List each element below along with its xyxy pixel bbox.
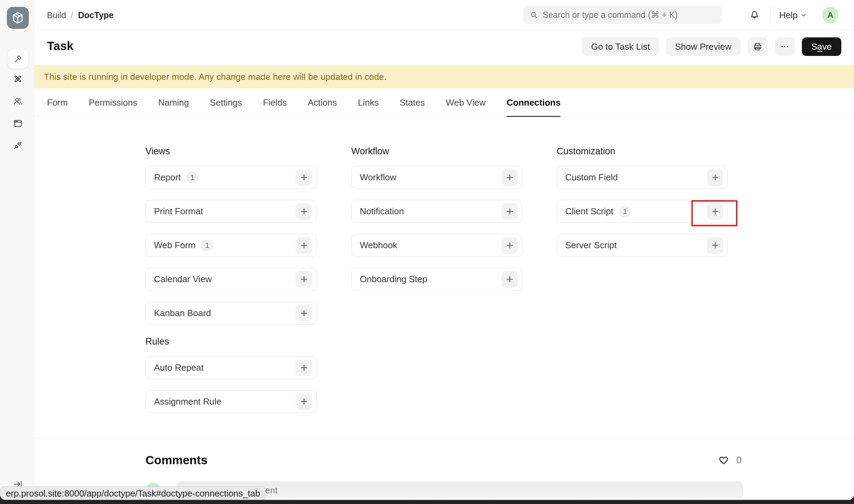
breadcrumb-build-link[interactable]: Build xyxy=(47,10,66,20)
notification-card[interactable]: Notification xyxy=(351,200,522,223)
heart-icon[interactable] xyxy=(718,454,730,466)
plug-icon xyxy=(13,140,23,151)
tab-form[interactable]: Form xyxy=(47,88,68,117)
plus-icon xyxy=(299,241,309,250)
auto-repeat-card[interactable]: Auto Repeat xyxy=(145,356,317,379)
top-navbar: Build / DocType Help A xyxy=(34,0,854,30)
plus-icon xyxy=(299,309,309,318)
cube-icon xyxy=(11,11,25,25)
more-options-button[interactable] xyxy=(775,37,795,56)
tab-fields[interactable]: Fields xyxy=(263,88,287,117)
tab-connections[interactable]: Connections xyxy=(507,88,560,117)
bell-icon xyxy=(749,10,760,21)
calendar-view-card[interactable]: Calendar View xyxy=(145,268,317,291)
user-avatar[interactable]: A xyxy=(822,7,839,23)
card-label: Server Script xyxy=(565,240,617,251)
plus-icon xyxy=(711,173,720,182)
app-logo[interactable] xyxy=(7,7,29,29)
tab-naming[interactable]: Naming xyxy=(158,88,189,117)
add-notification-button[interactable] xyxy=(501,203,518,220)
breadcrumb-separator: / xyxy=(71,10,73,20)
add-assignment-rule-button[interactable] xyxy=(296,394,312,410)
icon-sidebar xyxy=(0,0,34,500)
save-button[interactable]: Save xyxy=(802,37,841,56)
count-badge: 1 xyxy=(201,240,213,251)
breadcrumb-doctype[interactable]: DocType xyxy=(78,10,114,20)
print-format-card[interactable]: Print Format xyxy=(145,200,317,223)
add-custom-field-button[interactable] xyxy=(707,169,723,186)
tab-permissions[interactable]: Permissions xyxy=(89,88,138,117)
tab-settings[interactable]: Settings xyxy=(210,88,242,117)
assignment-rule-card[interactable]: Assignment Rule xyxy=(145,390,317,413)
card-label: Onboarding Step xyxy=(360,274,427,285)
help-menu[interactable]: Help xyxy=(779,8,807,23)
add-calendar-view-button[interactable] xyxy=(296,271,312,288)
save-label-pre: S xyxy=(811,41,817,52)
sidebar-item-build[interactable] xyxy=(8,49,28,69)
card-label: Assignment Rule xyxy=(154,396,222,407)
plus-icon xyxy=(299,207,309,216)
hammer-icon xyxy=(13,54,23,64)
card-label: Custom Field xyxy=(565,172,618,183)
custom-field-card[interactable]: Custom Field xyxy=(557,166,728,189)
add-auto-repeat-button[interactable] xyxy=(296,360,312,376)
doctype-tabs: Form Permissions Naming Settings Fields … xyxy=(34,88,854,117)
show-preview-button[interactable]: Show Preview xyxy=(666,37,740,56)
print-button[interactable] xyxy=(748,37,768,56)
tab-links[interactable]: Links xyxy=(358,88,379,117)
plus-icon xyxy=(299,397,309,406)
like-count: 0 xyxy=(736,455,742,466)
tab-web-view[interactable]: Web View xyxy=(446,88,486,117)
onboarding-step-card[interactable]: Onboarding Step xyxy=(351,268,522,291)
card-label: Webhook xyxy=(360,240,397,251)
page-title: Task xyxy=(47,39,73,53)
sidebar-item-integrations[interactable] xyxy=(8,136,28,155)
plus-icon xyxy=(299,173,309,182)
workflow-card[interactable]: Workflow xyxy=(351,166,522,189)
global-search[interactable] xyxy=(523,5,722,24)
plus-icon xyxy=(505,207,514,216)
save-label-shortcut: a xyxy=(817,41,822,52)
sidebar-item-design[interactable] xyxy=(8,69,28,88)
webhook-card[interactable]: Webhook xyxy=(351,234,522,257)
workflow-heading: Workflow xyxy=(351,145,522,157)
card-label: Print Format xyxy=(154,206,203,217)
add-web-form-button[interactable] xyxy=(296,237,312,254)
tab-actions[interactable]: Actions xyxy=(308,88,337,117)
users-icon xyxy=(13,96,23,106)
add-server-script-button[interactable] xyxy=(707,237,723,254)
add-kanban-board-button[interactable] xyxy=(296,305,312,322)
connections-panel: Views Report 1 Print Format Web Form xyxy=(34,117,854,439)
app-window: Build / DocType Help A xyxy=(0,0,854,500)
sidebar-item-browser[interactable] xyxy=(8,114,28,133)
count-badge: 1 xyxy=(186,172,199,183)
search-input[interactable] xyxy=(543,10,716,20)
add-workflow-button[interactable] xyxy=(501,169,518,186)
help-label: Help xyxy=(779,10,797,21)
web-form-card[interactable]: Web Form 1 xyxy=(145,234,317,257)
add-report-button[interactable] xyxy=(296,169,312,186)
notifications-button[interactable] xyxy=(747,8,762,23)
status-url-tooltip: erp.prosol.site:8000/app/doctype/Task#do… xyxy=(1,487,265,500)
plus-icon xyxy=(299,363,309,372)
save-label-post: ve xyxy=(822,41,832,52)
ellipsis-icon xyxy=(780,41,790,52)
card-label: Notification xyxy=(360,206,404,217)
search-icon xyxy=(529,10,538,20)
plus-icon xyxy=(505,275,514,284)
like-group[interactable]: 0 xyxy=(718,454,742,466)
browser-window-icon xyxy=(13,118,23,129)
add-webhook-button[interactable] xyxy=(501,237,518,254)
report-card[interactable]: Report 1 xyxy=(145,166,317,189)
tab-states[interactable]: States xyxy=(400,88,425,117)
breadcrumb: Build / DocType xyxy=(47,0,114,30)
go-to-task-list-button[interactable]: Go to Task List xyxy=(582,37,659,56)
sidebar-item-users[interactable] xyxy=(8,92,28,111)
plus-icon xyxy=(505,241,514,250)
card-label: Auto Repeat xyxy=(154,362,204,373)
plus-icon xyxy=(505,173,514,182)
kanban-board-card[interactable]: Kanban Board xyxy=(145,302,317,325)
add-print-format-button[interactable] xyxy=(296,203,312,220)
server-script-card[interactable]: Server Script xyxy=(557,234,728,257)
add-onboarding-step-button[interactable] xyxy=(501,271,518,288)
